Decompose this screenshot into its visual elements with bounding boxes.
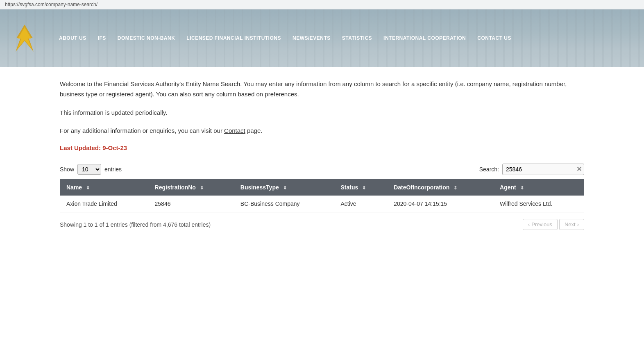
- main-content: Welcome to the Financial Services Author…: [39, 67, 605, 242]
- search-label: Search:: [479, 166, 499, 173]
- show-entries-control: Show 10 25 50 100 entries: [60, 164, 122, 175]
- col-header-business-type[interactable]: BusinessType ⇕: [234, 179, 334, 196]
- search-area: Search: ✕: [479, 164, 584, 175]
- intro-paragraph-2: This information is updated periodically…: [60, 108, 584, 118]
- search-clear-icon[interactable]: ✕: [576, 166, 582, 173]
- search-input-wrapper: ✕: [502, 164, 584, 175]
- header-content: ABOUT US IFS DOMESTIC NON-BANK LICENSED …: [0, 9, 644, 67]
- show-label: Show: [60, 166, 74, 173]
- nav-item-licensed-fi[interactable]: LICENSED FINANCIAL INSTITUTIONS: [181, 33, 287, 43]
- col-header-name[interactable]: Name ⇕: [60, 179, 148, 196]
- svg-marker-1: [17, 27, 32, 49]
- previous-button[interactable]: ‹ Previous: [523, 219, 558, 230]
- col-agent-label: Agent: [500, 184, 516, 191]
- last-updated-label: Last Updated:: [60, 144, 101, 151]
- col-header-date-inc[interactable]: DateOfIncorporation ⇕: [387, 179, 493, 196]
- col-name-label: Name: [66, 184, 82, 191]
- table-header-row: Name ⇕ RegistrationNo ⇕ BusinessType ⇕ S…: [60, 179, 584, 196]
- contact-text-suffix: page.: [245, 127, 263, 134]
- table-controls: Show 10 25 50 100 entries Search: ✕: [60, 164, 584, 175]
- nav-item-ifs[interactable]: IFS: [92, 33, 112, 43]
- cell-reg-no: 25846: [148, 196, 234, 212]
- table-header: Name ⇕ RegistrationNo ⇕ BusinessType ⇕ S…: [60, 179, 584, 196]
- nav-item-intl-coop[interactable]: INTERNATIONAL COOPERATION: [378, 33, 472, 43]
- entity-table: Name ⇕ RegistrationNo ⇕ BusinessType ⇕ S…: [60, 179, 584, 212]
- last-updated: Last Updated: 9-Oct-23: [60, 144, 584, 151]
- browser-bar: https://svgfsa.com/company-name-search/: [0, 0, 644, 9]
- col-header-agent[interactable]: Agent ⇕: [493, 179, 584, 196]
- next-chevron-icon: ›: [577, 221, 579, 228]
- entries-label: entries: [104, 166, 122, 173]
- table-row: Axion Trade Limited 25846 BC-Business Co…: [60, 196, 584, 212]
- intro-paragraph-3: For any additional information or enquir…: [60, 126, 584, 136]
- site-header: ABOUT US IFS DOMESTIC NON-BANK LICENSED …: [0, 9, 644, 67]
- cell-status: Active: [334, 196, 387, 212]
- col-header-status[interactable]: Status ⇕: [334, 179, 387, 196]
- table-body: Axion Trade Limited 25846 BC-Business Co…: [60, 196, 584, 212]
- col-reg-label: RegistrationNo: [155, 184, 196, 191]
- nav-item-statistics[interactable]: STATISTICS: [336, 33, 378, 43]
- col-name-sort-icon: ⇕: [86, 185, 90, 191]
- search-input[interactable]: [502, 164, 584, 175]
- logo-area: [12, 24, 37, 52]
- table-showing-info: Showing 1 to 1 of 1 entries (filtered fr…: [60, 221, 211, 228]
- cell-agent: Wilfred Services Ltd.: [493, 196, 584, 212]
- nav-item-domestic-non-bank[interactable]: DOMESTIC NON-BANK: [112, 33, 181, 43]
- entries-per-page-select[interactable]: 10 25 50 100: [77, 164, 101, 175]
- next-label: Next: [565, 221, 576, 228]
- col-header-reg-no[interactable]: RegistrationNo ⇕: [148, 179, 234, 196]
- previous-label: Previous: [531, 221, 552, 228]
- main-nav: ABOUT US IFS DOMESTIC NON-BANK LICENSED …: [53, 33, 517, 43]
- site-logo: [12, 24, 37, 52]
- cell-name: Axion Trade Limited: [60, 196, 148, 212]
- contact-link[interactable]: Contact: [224, 127, 245, 134]
- nav-item-contact-us[interactable]: CONTACT US: [472, 33, 517, 43]
- browser-url: https://svgfsa.com/company-name-search/: [5, 2, 98, 7]
- pagination: ‹ Previous Next ›: [523, 219, 584, 230]
- col-agent-sort-icon: ⇕: [520, 185, 524, 191]
- col-btype-sort-icon: ⇕: [283, 185, 287, 191]
- col-status-label: Status: [340, 184, 358, 191]
- col-status-sort-icon: ⇕: [362, 185, 366, 191]
- table-footer: Showing 1 to 1 of 1 entries (filtered fr…: [60, 219, 584, 230]
- col-btype-label: BusinessType: [240, 184, 279, 191]
- last-updated-value: 9-Oct-23: [102, 144, 127, 151]
- nav-item-news-events[interactable]: NEWS/EVENTS: [287, 33, 336, 43]
- cell-date-inc: 2020-04-07 14:15:15: [387, 196, 493, 212]
- col-date-sort-icon: ⇕: [454, 185, 457, 191]
- cell-business-type: BC-Business Company: [234, 196, 334, 212]
- prev-chevron-icon: ‹: [528, 221, 530, 228]
- col-reg-sort-icon: ⇕: [200, 185, 204, 191]
- contact-text-prefix: For any additional information or enquir…: [60, 127, 224, 134]
- intro-paragraph-1: Welcome to the Financial Services Author…: [60, 79, 584, 100]
- next-button[interactable]: Next ›: [559, 219, 584, 230]
- nav-item-about-us[interactable]: ABOUT US: [53, 33, 92, 43]
- col-date-label: DateOfIncorporation: [394, 184, 449, 191]
